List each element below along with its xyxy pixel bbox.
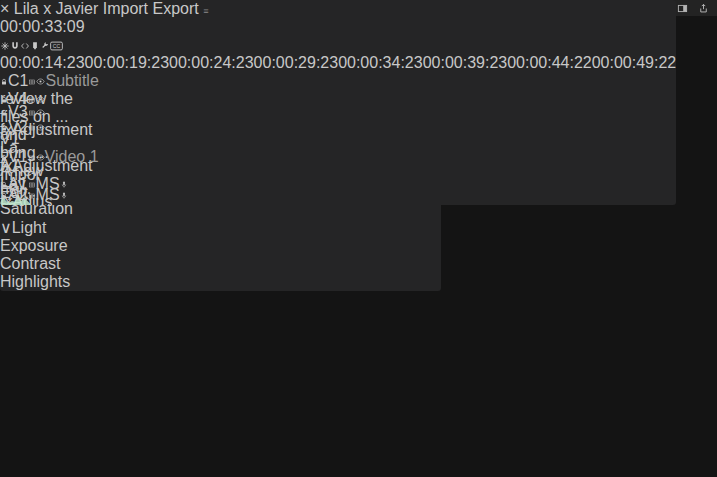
source-patch-button[interactable]: V1 [0,130,676,148]
eye-icon [36,123,45,132]
track-v1: V1V1Video 1ImporEditNested SC13ExpofxCon… [0,130,676,157]
ruler-timecode: 00:00:49:22 [592,54,677,71]
premiere-pro-window: Import Edit Export Javier x Lila Import … [0,0,717,477]
track-a2: A2MSCong [0,186,676,205]
close-icon[interactable]: × [0,0,9,17]
mic-icon [60,191,68,200]
sequence-tab[interactable]: Lila x Javier Import Export [14,0,199,17]
slider-row-exposure: Exposure [0,237,441,255]
wrench-icon [40,41,50,51]
add-marker-button[interactable] [30,36,40,53]
slider-label: Exposure [0,237,68,254]
panel-menu-icon[interactable]: ≡ [203,6,208,16]
ruler-timecode: 00:00:24:23 [169,54,254,71]
mute-button[interactable]: M [36,186,49,203]
section-light[interactable]: ∨Light [0,218,441,237]
slider-row-highlights: Highlights [0,273,441,291]
sync-lock-icon[interactable] [28,148,36,165]
slider-row-contrast: Contrast [0,255,441,273]
timeline-settings-button[interactable] [40,36,50,53]
source-patch-button[interactable]: A1 [0,157,676,175]
track-v4: V4 [0,90,676,103]
lock-icon[interactable] [0,186,8,203]
linked-selection-toggle[interactable] [20,36,30,53]
solo-button[interactable]: S [49,186,60,203]
link-icon [20,41,30,51]
mic-icon[interactable] [60,186,68,203]
lock-icon [0,78,8,86]
track-a1: A1A1MS [0,157,676,186]
slider-label: Highlights [0,273,70,290]
track-target-button[interactable]: C1 [8,72,28,89]
marker-icon [30,41,40,51]
magnet-icon [10,41,20,51]
sync-lock-icon[interactable] [28,118,36,135]
ruler-timecode: 00:00:34:23 [338,54,423,71]
ruler-timecode: 00:00:29:23 [254,54,339,71]
sync-lock-icon [28,192,36,200]
ruler-timecode: 00:00:14:23 [0,54,85,71]
time-ruler[interactable]: 00:00:14:2300:00:19:2300:00:24:2300:00:2… [0,54,676,72]
ruler-timecode: 00:00:19:23 [85,54,170,71]
lock-icon [0,109,8,117]
track-area: C1Subtitlereview the files on ...and bri… [0,72,676,205]
chevron-down-icon: ∨ [0,219,12,236]
timeline-panel: × Lila x Javier Import Export ≡ 00:00:33… [0,0,676,205]
sync-lock-icon [28,124,36,132]
nest-icon [0,41,10,51]
snap-toggle[interactable] [10,36,20,53]
lock-icon[interactable] [0,72,8,89]
cc-icon [50,41,63,51]
slider-label: Contrast [0,255,60,272]
sync-lock-icon[interactable] [28,186,36,203]
captions-menu-button[interactable] [50,36,63,53]
eye-icon [36,108,45,117]
track-header-c1: C1Subtitle [0,72,676,90]
timeline-toolbar [0,36,676,54]
nest-toggle[interactable] [0,36,10,53]
eye-icon [36,153,45,162]
share-icon[interactable] [698,3,709,14]
track-label: Subtitle [45,72,98,89]
track-c1: C1Subtitlereview the files on ...and bri… [0,72,676,90]
track-v3: V3fxAdjustment LafxAdjustment LayfxAdjus… [0,103,676,118]
ruler-timecode: 00:00:39:23 [423,54,508,71]
eye-icon[interactable] [36,148,45,165]
track-target-button[interactable]: A2 [8,186,28,203]
track-content-a2[interactable]: Cong [0,204,676,205]
workspaces-icon[interactable] [677,3,688,14]
sync-lock-icon [28,154,36,162]
track-label: Video 1 [45,148,99,165]
source-patch-a1[interactable]: A1 [0,157,676,175]
eye-icon[interactable] [36,118,45,135]
sync-lock-icon [28,109,36,117]
timeline-clip[interactable]: Cong [0,204,557,205]
source-patch-v1[interactable]: V1 [0,130,676,148]
ruler-timecode: 00:00:44:22 [507,54,592,71]
timeline-timecode[interactable]: 00:00:33:09 [0,18,676,36]
lock-icon [0,192,8,200]
track-v2: V2 [0,118,676,130]
track-header-a2: A2MS [0,186,676,204]
section-label: Light [12,219,47,236]
audio-waveform [0,204,557,205]
